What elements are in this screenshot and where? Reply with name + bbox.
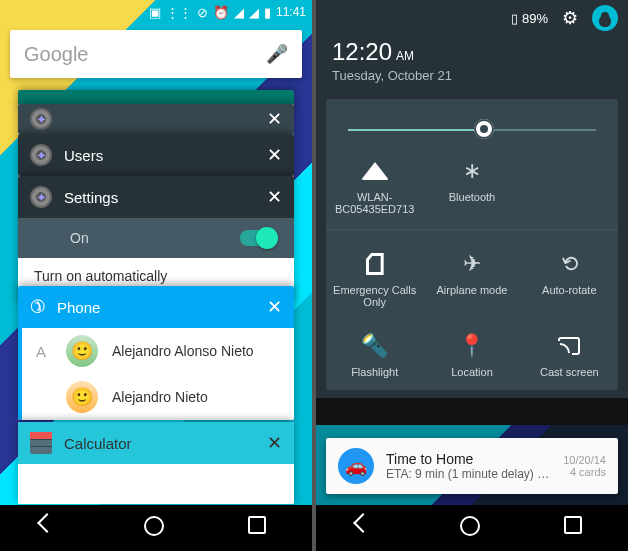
qs-header[interactable]: 12:20AM Tuesday, October 21 xyxy=(316,36,628,93)
tile-wifi[interactable]: WLAN-BC05435ED713 xyxy=(326,155,423,230)
wifi-icon: ◢ xyxy=(234,5,244,20)
calculator-body xyxy=(18,464,294,504)
recents-card-users[interactable]: ✦ Users ✕ xyxy=(18,134,294,176)
signal-icon: ◢ xyxy=(249,5,259,20)
brightness-icon xyxy=(474,119,494,139)
close-icon[interactable]: ✕ xyxy=(267,432,282,454)
search-placeholder: Google xyxy=(24,43,89,66)
tile-label: Emergency Calls Only xyxy=(330,284,419,308)
tile-label: Cast screen xyxy=(540,366,599,378)
section-letter: A xyxy=(36,343,52,360)
notif-date: 10/20/14 xyxy=(563,454,606,466)
nav-recents-button[interactable] xyxy=(248,516,272,540)
tile-bluetooth[interactable]: ∗ Bluetooth xyxy=(423,155,520,230)
qs-tiles: WLAN-BC05435ED713 ∗ Bluetooth Emergency … xyxy=(326,155,618,382)
profile-avatar-button[interactable] xyxy=(592,5,618,31)
nav-recents-button[interactable] xyxy=(564,516,588,540)
tile-location[interactable]: 📍 Location xyxy=(423,330,520,382)
recents-card-phone[interactable]: ✆ Phone ✕ A 🙂 Alejandro Alonso Nieto 🙂 A… xyxy=(18,286,294,420)
contact-row[interactable]: A 🙂 Alejandro Alonso Nieto xyxy=(18,328,294,374)
flashlight-icon: 🔦 xyxy=(361,334,388,358)
contact-name: Alejandro Nieto xyxy=(112,389,208,405)
battery-icon: ▮ xyxy=(264,5,271,20)
settings-toggle-row[interactable]: On xyxy=(18,218,294,258)
recents-card-settings[interactable]: ✦ Settings ✕ On Turn on automatically Ne… xyxy=(18,176,294,304)
settings-gear-icon[interactable]: ⚙ xyxy=(562,7,578,29)
recents-card-hidden[interactable]: ✦ ✕ xyxy=(18,104,294,134)
notification-card[interactable]: 🚗 Time to Home ETA: 9 min (1 minute dela… xyxy=(326,438,618,494)
car-icon: 🚗 xyxy=(338,448,374,484)
dnd-icon: ⊘ xyxy=(197,5,208,20)
qs-tiles-container: WLAN-BC05435ED713 ∗ Bluetooth Emergency … xyxy=(326,99,618,390)
bluetooth-icon: ∗ xyxy=(463,159,481,183)
mic-icon[interactable]: 🎤 xyxy=(266,43,288,65)
status-bar: ▣ ⋮⋮ ⊘ ⏰ ◢ ◢ ▮ 11:41 xyxy=(0,0,312,24)
tile-sim[interactable]: Emergency Calls Only xyxy=(326,248,423,312)
sim-icon xyxy=(366,252,384,276)
tile-spacer xyxy=(521,155,618,230)
calculator-icon xyxy=(30,432,52,454)
toggle-label: On xyxy=(70,230,89,246)
gear-icon: ✦ xyxy=(30,144,52,166)
right-screenshot: ▯ 89% ⚙ 12:20AM Tuesday, October 21 WLAN… xyxy=(316,0,628,551)
card-title: Settings xyxy=(64,189,118,206)
toggle-switch[interactable] xyxy=(240,230,276,246)
airplane-icon: ✈ xyxy=(463,252,481,276)
alarm-icon: ⏰ xyxy=(213,5,229,20)
qs-time-value: 12:20 xyxy=(332,38,392,65)
recents-card-calculator[interactable]: Calculator ✕ xyxy=(18,422,294,504)
tile-label: Location xyxy=(451,366,493,378)
slider-fill xyxy=(348,129,484,131)
cast-icon xyxy=(558,334,580,358)
qs-date: Tuesday, October 21 xyxy=(332,68,612,83)
phone-icon: ✆ xyxy=(28,295,47,319)
wifi-icon xyxy=(361,159,389,183)
nav-home-button[interactable] xyxy=(460,516,484,540)
search-bar[interactable]: Google 🎤 xyxy=(10,30,302,78)
card-title: Users xyxy=(64,147,103,164)
recents-stack: ✦ ✕ ✦ Users ✕ ✦ Settings ✕ On Tu xyxy=(18,90,294,505)
left-screenshot: ▣ ⋮⋮ ⊘ ⏰ ◢ ◢ ▮ 11:41 Google 🎤 ✦ ✕ ✦ User… xyxy=(0,0,312,551)
bluetooth-icon: ⋮⋮ xyxy=(166,5,192,20)
brightness-slider[interactable] xyxy=(348,117,596,141)
close-icon[interactable]: ✕ xyxy=(267,186,282,208)
qs-topbar: ▯ 89% ⚙ xyxy=(316,0,628,36)
qs-ampm: AM xyxy=(396,49,414,63)
gear-icon: ✦ xyxy=(30,108,52,130)
tile-rotate[interactable]: ⟲ Auto-rotate xyxy=(521,248,618,312)
nav-back-button[interactable] xyxy=(40,516,64,540)
battery-status: ▯ 89% xyxy=(511,11,548,26)
tile-flashlight[interactable]: 🔦 Flashlight xyxy=(326,330,423,382)
tile-label: Bluetooth xyxy=(449,191,495,203)
tile-airplane[interactable]: ✈ Airplane mode xyxy=(423,248,520,312)
nav-bar xyxy=(316,505,628,551)
location-icon: 📍 xyxy=(458,334,485,358)
avatar: 🙂 xyxy=(66,335,98,367)
avatar: 🙂 xyxy=(66,381,98,413)
tile-label: Flashlight xyxy=(351,366,398,378)
notif-content: Time to Home ETA: 9 min (1 minute delay)… xyxy=(386,451,551,481)
nav-bar xyxy=(0,505,312,551)
card-title: Calculator xyxy=(64,435,132,452)
contact-row[interactable]: 🙂 Alejandro Nieto xyxy=(18,374,294,420)
gear-icon: ✦ xyxy=(30,186,52,208)
battery-icon: ▯ xyxy=(511,11,518,26)
qs-time: 12:20AM xyxy=(332,38,612,66)
slider-thumb[interactable] xyxy=(474,119,494,139)
card-title: Phone xyxy=(57,299,100,316)
close-icon[interactable]: ✕ xyxy=(267,144,282,166)
quick-settings-panel: ▯ 89% ⚙ 12:20AM Tuesday, October 21 WLAN… xyxy=(316,0,628,398)
nav-home-button[interactable] xyxy=(144,516,168,540)
notif-meta: 10/20/14 4 cards xyxy=(563,454,606,478)
status-time: 11:41 xyxy=(276,5,306,19)
close-icon[interactable]: ✕ xyxy=(267,108,282,130)
tile-label: WLAN-BC05435ED713 xyxy=(330,191,419,215)
battery-pct: 89% xyxy=(522,11,548,26)
auto-label: Turn on automatically xyxy=(34,268,278,284)
contact-name: Alejandro Alonso Nieto xyxy=(112,343,254,359)
tile-cast[interactable]: Cast screen xyxy=(521,330,618,382)
close-icon[interactable]: ✕ xyxy=(267,296,282,318)
rotate-icon: ⟲ xyxy=(557,250,582,279)
nav-back-button[interactable] xyxy=(356,516,380,540)
tile-label: Auto-rotate xyxy=(542,284,596,296)
